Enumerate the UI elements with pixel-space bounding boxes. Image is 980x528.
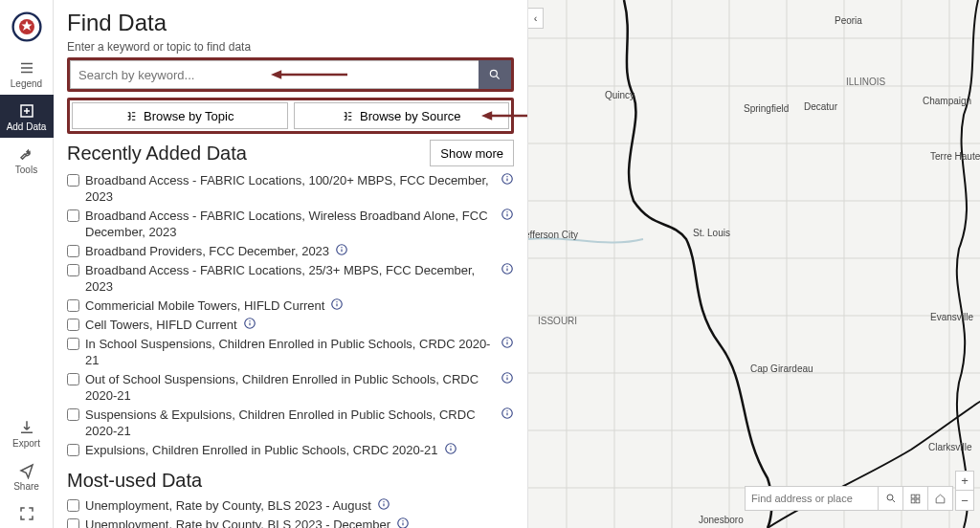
tree-icon xyxy=(342,110,354,122)
data-item-checkbox[interactable] xyxy=(67,209,79,222)
data-list-item[interactable]: Broadband Access - FABRIC Locations, Wir… xyxy=(67,208,514,240)
nav-tools[interactable]: Tools xyxy=(0,138,54,181)
data-list-item[interactable]: Cell Towers, HIFLD Current xyxy=(67,317,514,333)
zoom-in-button[interactable]: + xyxy=(956,472,973,491)
most-used-data-list: Unemployment, Rate by County, BLS 2023 -… xyxy=(67,497,514,528)
data-item-checkbox[interactable] xyxy=(67,499,79,512)
map-search-bar xyxy=(745,486,953,511)
data-list-item[interactable]: Unemployment, Rate by County, BLS 2023 -… xyxy=(67,497,514,514)
nav-label: Export xyxy=(12,438,40,449)
export-icon xyxy=(18,419,35,436)
info-icon[interactable] xyxy=(501,208,514,221)
data-list-item[interactable]: In School Suspensions, Children Enrolled… xyxy=(67,336,514,368)
browse-topic-button[interactable]: Browse by Topic xyxy=(72,102,288,129)
home-icon xyxy=(934,493,947,505)
info-icon[interactable] xyxy=(396,517,410,528)
data-item-checkbox[interactable] xyxy=(67,174,79,187)
address-search-button[interactable] xyxy=(879,486,903,511)
basemap-icon xyxy=(909,493,922,505)
page-title: Find Data xyxy=(67,10,514,36)
nav-share[interactable]: Share xyxy=(0,454,54,497)
data-item-label: Broadband Providers, FCC December, 2023 xyxy=(85,243,329,259)
collapse-panel-button[interactable]: ‹ xyxy=(528,8,544,29)
info-icon[interactable] xyxy=(501,172,514,186)
nav-add-data[interactable]: Add Data xyxy=(0,95,54,138)
app-logo xyxy=(11,11,42,42)
data-list-item[interactable]: Broadband Access - FABRIC Locations, 25/… xyxy=(67,262,514,295)
data-item-label: Cell Towers, HIFLD Current xyxy=(85,317,237,333)
data-item-label: In School Suspensions, Children Enrolled… xyxy=(85,336,495,368)
data-item-checkbox[interactable] xyxy=(67,319,79,331)
data-list-item[interactable]: Broadband Access - FABRIC Locations, 100… xyxy=(67,172,514,205)
nav-export[interactable]: Export xyxy=(0,411,54,454)
data-list-item[interactable]: Suspensions & Expulsions, Children Enrol… xyxy=(67,407,514,439)
browse-source-label: Browse by Source xyxy=(360,109,461,123)
data-list-item[interactable]: Commericial Mobile Towers, HIFLD Current xyxy=(67,297,514,314)
info-icon[interactable] xyxy=(377,497,390,511)
tools-icon xyxy=(18,145,35,163)
search-input[interactable] xyxy=(70,60,479,89)
recent-heading: Recently Added Data xyxy=(67,143,247,165)
data-item-checkbox[interactable] xyxy=(67,299,79,312)
add-icon xyxy=(18,102,35,120)
nav-rail: Legend Add Data Tools Export Share xyxy=(0,0,54,528)
data-list-item[interactable]: Out of School Suspensions, Children Enro… xyxy=(67,371,514,404)
info-icon[interactable] xyxy=(501,407,514,420)
nav-legend[interactable]: Legend xyxy=(0,52,54,95)
data-list-item[interactable]: Broadband Providers, FCC December, 2023 xyxy=(67,243,514,259)
search-highlight-box xyxy=(67,57,514,92)
info-icon[interactable] xyxy=(330,297,344,311)
zoom-control: + − xyxy=(955,471,974,511)
browse-source-button[interactable]: Browse by Source xyxy=(294,102,510,129)
nav-label: Tools xyxy=(15,165,37,175)
map-panel[interactable]: ‹ PeoriaILLINOISChampaignSpringfieldDeca… xyxy=(528,0,980,528)
nav-label: Add Data xyxy=(7,121,47,132)
data-list-item[interactable]: Expulsions, Children Enrolled in Public … xyxy=(67,442,514,458)
show-more-button[interactable]: Show more xyxy=(430,140,514,166)
data-list-item[interactable]: Unemployment, Rate by County, BLS 2023 -… xyxy=(67,517,514,528)
home-extent-button[interactable] xyxy=(928,486,953,511)
map-canvas[interactable] xyxy=(528,0,980,528)
info-icon[interactable] xyxy=(501,336,514,349)
data-panel: Find Data Enter a keyword or topic to fi… xyxy=(54,0,528,528)
nav-label: Share xyxy=(13,481,39,492)
search-icon xyxy=(488,68,501,81)
data-item-label: Broadband Access - FABRIC Locations, 100… xyxy=(85,172,495,205)
data-item-label: Unemployment, Rate by County, BLS 2023 -… xyxy=(85,517,390,528)
zoom-out-button[interactable]: − xyxy=(956,491,973,510)
data-item-checkbox[interactable] xyxy=(67,373,79,385)
recent-data-list: Broadband Access - FABRIC Locations, 100… xyxy=(67,172,514,458)
collapse-icon xyxy=(18,505,35,522)
data-item-label: Commericial Mobile Towers, HIFLD Current xyxy=(85,297,324,314)
data-item-label: Out of School Suspensions, Children Enro… xyxy=(85,371,495,404)
chevron-left-icon: ‹ xyxy=(534,12,538,24)
info-icon[interactable] xyxy=(501,371,514,385)
browse-topic-label: Browse by Topic xyxy=(144,109,234,123)
basemap-button[interactable] xyxy=(903,486,928,511)
share-icon xyxy=(18,462,35,479)
search-hint: Enter a keyword or topic to find data xyxy=(67,40,514,54)
info-icon[interactable] xyxy=(444,442,457,455)
data-item-checkbox[interactable] xyxy=(67,245,79,257)
search-icon xyxy=(885,493,897,504)
info-icon[interactable] xyxy=(243,317,256,330)
data-item-label: Unemployment, Rate by County, BLS 2023 -… xyxy=(85,497,371,514)
data-item-label: Expulsions, Children Enrolled in Public … xyxy=(85,442,438,458)
data-item-checkbox[interactable] xyxy=(67,444,79,456)
data-item-checkbox[interactable] xyxy=(67,408,79,421)
data-item-checkbox[interactable] xyxy=(67,338,79,350)
address-input[interactable] xyxy=(745,486,879,511)
most-used-heading: Most-used Data xyxy=(67,470,202,492)
data-item-label: Broadband Access - FABRIC Locations, Wir… xyxy=(85,208,495,240)
legend-icon xyxy=(18,59,35,77)
nav-collapse[interactable] xyxy=(0,497,54,528)
browse-highlight-box: Browse by Topic Browse by Source xyxy=(67,98,514,134)
data-item-checkbox[interactable] xyxy=(67,264,79,276)
search-button[interactable] xyxy=(479,60,511,89)
data-item-checkbox[interactable] xyxy=(67,518,79,528)
info-icon[interactable] xyxy=(501,262,514,275)
data-item-label: Suspensions & Expulsions, Children Enrol… xyxy=(85,407,495,439)
nav-label: Legend xyxy=(11,78,42,89)
tree-icon xyxy=(125,110,138,122)
info-icon[interactable] xyxy=(335,243,348,256)
